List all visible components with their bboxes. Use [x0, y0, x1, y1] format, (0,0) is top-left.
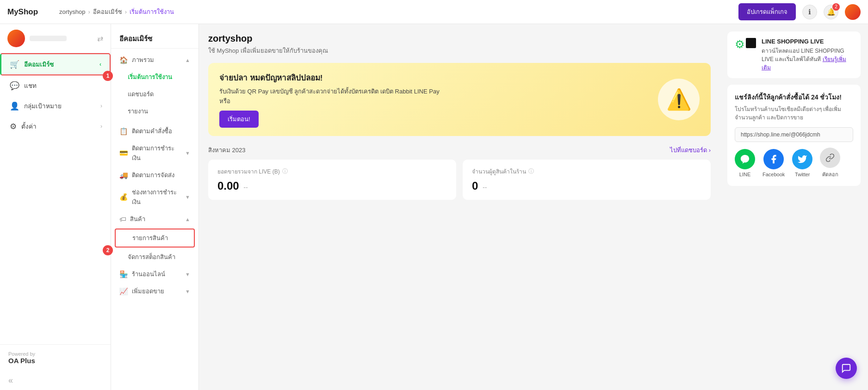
collapse-sidebar-button[interactable]: « [0, 371, 111, 390]
track-payment-label: ติดตามการชำระเงิน [132, 143, 181, 163]
copy-link-icon [820, 148, 840, 168]
submenu-boost-sales[interactable]: 📈 เพิ่มยอดขาย ▼ [111, 283, 198, 300]
social-btn-copy[interactable]: คัดลอก [820, 148, 840, 179]
notification-button[interactable]: 🔔 2 [824, 5, 838, 19]
chat-label: แชท [24, 80, 37, 91]
oa-plus: OA Plus [8, 357, 102, 365]
payment-channel-label: ช่องทางการชำระเงิน [132, 187, 181, 207]
header-actions: อัปเกรดแพ็กเกจ ℹ 🔔 2 [738, 3, 861, 20]
chevron-products-icon: ▲ [185, 217, 190, 222]
sidebar-bottom: Powered by OA Plus [0, 344, 111, 371]
track-shipping-label: ติดตามการจัดส่ง [132, 170, 174, 180]
step-badge-2: 2 [103, 245, 113, 255]
facebook-label: Facebook [763, 172, 785, 177]
dashboard-label: แดชบอร์ด [128, 89, 154, 99]
social-btn-facebook[interactable]: Facebook [763, 149, 785, 177]
submenu-overview-label: ภาพรวม [132, 55, 154, 65]
page-subtitle: ใช้ MyShop เพื่อเพิ่มยอดขายให้กับร้านของ… [208, 46, 711, 56]
social-btn-line[interactable]: LINE [735, 149, 755, 177]
submenu-track-payment[interactable]: 💳 ติดตามการชำระเงิน ▼ [111, 140, 198, 167]
page-title: zortyshop [208, 33, 711, 44]
share-body: โปรโมทร้านค้าบนโซเชียลมีเดียต่างๆ เพื่อเ… [735, 105, 853, 122]
breadcrumb-section: อีคอมเมิร์ซ [93, 7, 122, 17]
share-title: แชร์ลิงก์นี้ให้ลูกค้าสั่งซื้อได้ 24 ชั่ว… [735, 92, 853, 102]
channel-icon: 💰 [119, 193, 128, 201]
submenu-report[interactable]: รายงาน [111, 103, 198, 120]
banner-cta-button[interactable]: เริ่มตอน! [219, 111, 259, 128]
main-content: zortyshop ใช้ MyShop เพื่อเพิ่มยอดขายให้… [199, 24, 720, 390]
warning-icon: ⚠️ [666, 87, 692, 111]
product-tag-icon: 🏷 [119, 215, 126, 223]
right-panel: ⚙ LINE SHOPPING LIVE ดาวน์โหลดแอป LINE S… [720, 24, 868, 390]
line-icon [735, 149, 755, 169]
page-title-area: zortyshop ใช้ MyShop เพื่อเพิ่มยอดขายให้… [208, 33, 711, 56]
stock-management-label: จัดการสต็อกสินค้า [128, 252, 175, 262]
share-card: แชร์ลิงก์นี้ให้ลูกค้าสั่งซื้อได้ 24 ชั่ว… [727, 85, 861, 186]
banner-body: รับเงินด้วย QR Pay เลขบัญชี ลูกค้าสะดวกจ… [219, 87, 451, 106]
submenu-overview-section: 🏠 ภาพรวม ▲ เริ่มต้นการใช้งาน แดชบอร์ด รา… [111, 49, 198, 123]
submenu-stock-management[interactable]: จัดการสต็อกสินค้า [111, 248, 198, 266]
copy-label: คัดลอก [822, 170, 838, 179]
support-fab-button[interactable] [836, 358, 857, 379]
ecommerce-icon: 🛒 [10, 60, 19, 69]
breadcrumb: zortyshop › อีคอมเมิร์ซ › เริ่มต้นการใช้… [59, 7, 733, 17]
submenu-track-shipping[interactable]: 🚚 ติดตามการจัดส่ง [111, 167, 198, 184]
info-icon-button[interactable]: ℹ [802, 5, 817, 19]
submenu-getting-started[interactable]: เริ่มต้นการใช้งาน [111, 68, 198, 86]
dashboard-link[interactable]: ไปที่แดชบอร์ด › [670, 145, 711, 155]
breadcrumb-page: เริ่มต้นการใช้งาน [130, 7, 174, 17]
order-icon: 📋 [119, 127, 128, 136]
report-label: รายงาน [128, 106, 148, 116]
products-label: สินค้า [130, 214, 145, 224]
social-buttons: LINE Facebook Twitter [735, 148, 853, 179]
avatar[interactable] [845, 4, 861, 20]
submenu-product-list[interactable]: รายการสินค้า [116, 229, 194, 247]
viewers-label: จำนวนผู้ดูสินค้าในร้าน ⓘ [472, 167, 701, 176]
submenu-payment-channel[interactable]: 💰 ช่องทางการชำระเงิน ▼ [111, 184, 198, 210]
upgrade-button[interactable]: อัปเกรดแพ็กเกจ [738, 3, 796, 20]
info-circle2-icon: ⓘ [528, 167, 534, 175]
submenu-track-order[interactable]: 📋 ติดตามคำสั่งซื้อ [111, 123, 198, 140]
twitter-icon [792, 149, 812, 169]
line-shopping-title: LINE SHOPPING LIVE [762, 38, 853, 45]
gear-green-icon: ⚙ [735, 38, 745, 51]
sidebar-item-chat[interactable]: 💬 แชท [0, 75, 111, 96]
submenu-dashboard[interactable]: แดชบอร์ด [111, 86, 198, 103]
shuffle-icon[interactable]: ⇄ [97, 34, 103, 43]
chevron-channel-icon: ▼ [185, 194, 190, 200]
black-rect-icon [746, 38, 756, 48]
breadcrumb-shop: zortyshop [59, 8, 85, 15]
ecommerce-label: อีคอมเมิร์ซ [24, 59, 54, 69]
shop-info: ⇄ [0, 24, 111, 53]
chevron-payment-icon: ▼ [185, 150, 190, 156]
chevron-boost-icon: ▼ [185, 289, 190, 294]
body-layout: ⇄ 🛒 อีคอมเมิร์ซ ‹ 💬 แชท 👤 กลุ่มเป้าหมาย … [0, 24, 868, 390]
stat-card-viewers: จำนวนผู้ดูสินค้าในร้าน ⓘ 0 -- [463, 160, 711, 200]
twitter-label: Twitter [795, 172, 810, 177]
sidebar-item-target-group[interactable]: 👤 กลุ่มเป้าหมาย › [0, 96, 111, 116]
info-circle-icon: ⓘ [282, 167, 288, 175]
stats-cards: ยอดขายรวมจาก LIVE (B) ⓘ 0.00 -- จำนวนผู้… [208, 160, 711, 200]
submenu-overview[interactable]: 🏠 ภาพรวม ▲ [111, 51, 198, 68]
line-shopping-body: ดาวน์โหลดแอป LINE SHOPPING LIVE และเริ่ม… [762, 47, 853, 72]
store-icon: 🏪 [119, 270, 128, 279]
sidebar-item-ecommerce[interactable]: 🛒 อีคอมเมิร์ซ ‹ [0, 53, 111, 75]
share-url-input[interactable] [735, 127, 853, 142]
live-sales-value: 0.00 -- [217, 180, 447, 192]
online-store-label: ร้านออนไลน์ [132, 269, 165, 279]
sidebar-item-settings[interactable]: ⚙ ตั้งค่า › [0, 116, 111, 136]
sidebar: ⇄ 🛒 อีคอมเมิร์ซ ‹ 💬 แชท 👤 กลุ่มเป้าหมาย … [0, 24, 111, 390]
shop-name-placeholder [30, 36, 67, 41]
submenu-panel: อีคอมเมิร์ซ 🏠 ภาพรวม ▲ เริ่มต้นการใช้งาน… [111, 24, 199, 390]
submenu-products-section[interactable]: 🏷 สินค้า ▲ [111, 210, 198, 228]
warning-icon-circle: ⚠️ [658, 79, 700, 120]
breadcrumb-sep1: › [88, 8, 90, 15]
boost-sales-label: เพิ่มยอดขาย [132, 286, 164, 296]
notification-badge: 2 [832, 3, 840, 11]
submenu-online-store[interactable]: 🏪 ร้านออนไลน์ ▼ [111, 266, 198, 283]
facebook-icon [763, 149, 784, 169]
track-order-label: ติดตามคำสั่งซื้อ [132, 126, 172, 136]
breadcrumb-sep2: › [125, 8, 127, 15]
social-btn-twitter[interactable]: Twitter [792, 149, 812, 177]
boost-icon: 📈 [119, 287, 128, 296]
